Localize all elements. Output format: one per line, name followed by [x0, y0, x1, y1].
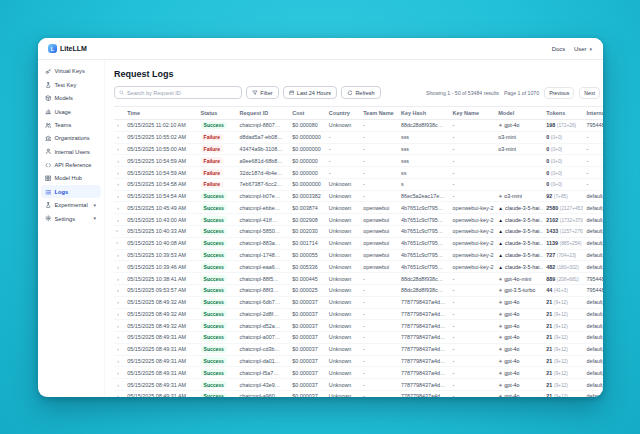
table-row[interactable]: ›05/15/2025 10:54:58 AMFailure7eb67387-6… — [114, 178, 603, 190]
row-expander-icon[interactable]: › — [117, 287, 119, 293]
cell-request-id[interactable]: chatcmpl-88f3… — [237, 284, 290, 296]
row-expander-icon[interactable]: › — [117, 393, 119, 397]
cell-request-id[interactable]: chatcmpl-f5a7… — [237, 367, 290, 379]
column-header[interactable]: Request ID — [237, 107, 290, 120]
cell-request-id[interactable]: chatcmpl-ebbe… — [237, 202, 290, 214]
filter-button[interactable]: Filter — [246, 86, 279, 99]
row-expander-icon[interactable]: › — [117, 311, 119, 317]
sidebar-item-internal-users[interactable]: Internal Users — [41, 145, 101, 158]
row-expander-icon[interactable]: › — [117, 252, 119, 258]
cell-request-id[interactable]: 32dc187d-4b4e… — [237, 167, 290, 179]
sidebar-item-organizations[interactable]: Organizations — [41, 132, 101, 145]
column-header[interactable]: Cost — [289, 107, 326, 120]
table-row[interactable]: ›05/15/2025 10:55:02 AMFailured8dad5a7-e… — [114, 131, 603, 143]
row-expander-icon[interactable]: › — [117, 382, 119, 388]
table-row[interactable]: ›05/15/2025 08:49:31 AMSuccesschatcmpl-4… — [114, 379, 603, 391]
cell-request-id[interactable]: chatcmpl-88f5… — [237, 273, 290, 285]
row-expander-icon[interactable]: › — [117, 146, 119, 152]
row-expander-icon[interactable]: › — [115, 242, 121, 244]
cell-request-id[interactable]: chatcmpl-8807… — [237, 120, 290, 132]
cell-request-id[interactable]: chatcmpl-da01… — [237, 355, 290, 367]
table-row[interactable]: ›05/15/2025 08:49:31 AMSuccesschatcmpl-c… — [114, 343, 603, 355]
cell-request-id[interactable]: d8dad5a7-eb08… — [237, 131, 290, 143]
table-row[interactable]: ›05/15/2025 10:40:08 AMSuccesschatcmpl-8… — [114, 237, 603, 249]
row-expander-icon[interactable]: › — [117, 334, 119, 340]
column-header[interactable]: Key Hash — [398, 107, 450, 120]
next-page-button[interactable]: Next — [579, 87, 600, 99]
cell-request-id[interactable]: chatcmpl-43e9… — [237, 379, 290, 391]
previous-page-button[interactable]: Previous — [544, 87, 574, 99]
cell-request-id[interactable]: chatcmpl-883a… — [237, 237, 290, 249]
docs-link[interactable]: Docs — [552, 46, 565, 52]
row-expander-icon[interactable]: › — [117, 134, 119, 140]
sidebar-item-virtual-keys[interactable]: Virtual Keys — [41, 65, 101, 78]
sidebar-item-models[interactable]: Models — [41, 92, 101, 105]
table-row[interactable]: ›05/15/2025 10:45:49 AMSuccesschatcmpl-e… — [114, 202, 603, 214]
cell-request-id[interactable]: chatcmpl-a007… — [237, 332, 290, 344]
table-row[interactable]: ›05/15/2025 08:49:32 AMSuccesschatcmpl-6… — [114, 296, 603, 308]
table-row[interactable]: ›05/15/2025 08:49:32 AMSuccesschatcmpl-d… — [114, 320, 603, 332]
table-row[interactable]: ›05/15/2025 08:49:31 AMSuccesschatcmpl-d… — [114, 355, 603, 367]
time-range-button[interactable]: Last 24 Hours — [283, 86, 338, 99]
refresh-button[interactable]: Refresh — [341, 86, 381, 99]
user-menu[interactable]: User▼ — [574, 46, 593, 52]
table-row[interactable]: ›05/15/2025 10:43:00 AMSuccesschatcmpl-4… — [114, 214, 603, 226]
row-expander-icon[interactable]: › — [117, 299, 119, 305]
sidebar-item-usage[interactable]: Usage — [41, 105, 101, 118]
row-expander-icon[interactable]: › — [117, 158, 119, 164]
table-row[interactable]: ›05/15/2025 10:54:59 AMFailurea9ee681d-6… — [114, 155, 603, 167]
sidebar-item-logs[interactable]: Logs — [41, 185, 101, 198]
row-expander-icon[interactable]: › — [117, 193, 119, 199]
column-header[interactable]: Time — [124, 107, 197, 120]
cell-request-id[interactable]: 43474a9b-3108… — [237, 143, 290, 155]
cell-request-id[interactable]: chatcmpl-6db7… — [237, 296, 290, 308]
row-expander-icon[interactable]: › — [117, 346, 119, 352]
column-header[interactable]: Team Name — [360, 107, 398, 120]
table-row[interactable]: ›05/15/2025 10:39:53 AMSuccesschatcmpl-1… — [114, 249, 603, 261]
cell-request-id[interactable]: chatcmpl-b07e… — [237, 190, 290, 202]
cell-request-id[interactable]: a9ee681d-68b8… — [237, 155, 290, 167]
row-expander-icon[interactable]: › — [117, 323, 119, 329]
table-row[interactable]: ›05/15/2025 09:53:57 AMSuccesschatcmpl-8… — [114, 284, 603, 296]
column-header[interactable]: Country — [326, 107, 360, 120]
table-row[interactable]: ›05/15/2025 10:54:54 AMSuccesschatcmpl-b… — [114, 190, 603, 202]
table-row[interactable]: ›05/15/2025 10:38:41 AMSuccesschatcmpl-8… — [114, 273, 603, 285]
cell-request-id[interactable]: chatcmpl-eaa6… — [237, 261, 290, 273]
sidebar-item-settings[interactable]: Settings▼ — [41, 212, 101, 225]
cell-request-id[interactable]: chatcmpl-d52a… — [237, 320, 290, 332]
sidebar-item-model-hub[interactable]: Model Hub — [41, 172, 101, 185]
table-row[interactable]: ›05/15/2025 10:40:33 AMSuccesschatcmpl-5… — [114, 226, 603, 238]
cell-request-id[interactable]: chatcmpl-41ff… — [237, 214, 290, 226]
column-header[interactable]: Key Name — [449, 107, 495, 120]
sidebar-item-teams[interactable]: Teams — [41, 119, 101, 132]
sidebar-item-experimental[interactable]: Experimental▼ — [41, 199, 101, 212]
table-row[interactable]: ›05/15/2025 08:49:31 AMSuccesschatcmpl-a… — [114, 332, 603, 344]
cell-request-id[interactable]: chatcmpl-5850… — [237, 226, 290, 238]
table-row[interactable]: ›05/15/2025 08:49:31 AMSuccesschatcmpl-f… — [114, 367, 603, 379]
row-expander-icon[interactable]: › — [117, 122, 119, 128]
table-row[interactable]: ›05/15/2025 08:49:32 AMSuccesschatcmpl-2… — [114, 308, 603, 320]
row-expander-icon[interactable]: › — [117, 170, 119, 176]
row-expander-icon[interactable]: › — [117, 370, 119, 376]
table-row[interactable]: ›05/15/2025 10:54:59 AMFailure32dc187d-4… — [114, 167, 603, 179]
table-row[interactable]: ›05/15/2025 10:55:00 AMFailure43474a9b-3… — [114, 143, 603, 155]
row-expander-icon[interactable]: › — [117, 205, 119, 211]
column-header[interactable]: Model — [495, 107, 543, 120]
row-expander-icon[interactable]: › — [115, 230, 121, 232]
cell-request-id[interactable]: chatcmpl-a960… — [237, 390, 290, 397]
row-expander-icon[interactable]: › — [117, 217, 119, 223]
search-box[interactable] — [114, 86, 242, 99]
row-expander-icon[interactable]: › — [117, 181, 119, 187]
sidebar-item-test-key[interactable]: Test Key — [41, 78, 101, 91]
column-header[interactable]: Internal User — [583, 107, 603, 120]
table-row[interactable]: ›05/15/2025 10:39:46 AMSuccesschatcmpl-e… — [114, 261, 603, 273]
cell-request-id[interactable]: chatcmpl-2d8f… — [237, 308, 290, 320]
column-header[interactable]: Tokens — [543, 107, 583, 120]
table-row[interactable]: ›05/15/2025 11:02:10 AMSuccesschatcmpl-8… — [114, 120, 603, 132]
row-expander-icon[interactable]: › — [117, 264, 119, 270]
column-header[interactable]: Status — [198, 107, 237, 120]
cell-request-id[interactable]: chatcmpl-1748… — [237, 249, 290, 261]
sidebar-item-api-reference[interactable]: API Reference — [41, 159, 101, 172]
search-input[interactable] — [127, 90, 237, 96]
row-expander-icon[interactable]: › — [117, 276, 119, 282]
